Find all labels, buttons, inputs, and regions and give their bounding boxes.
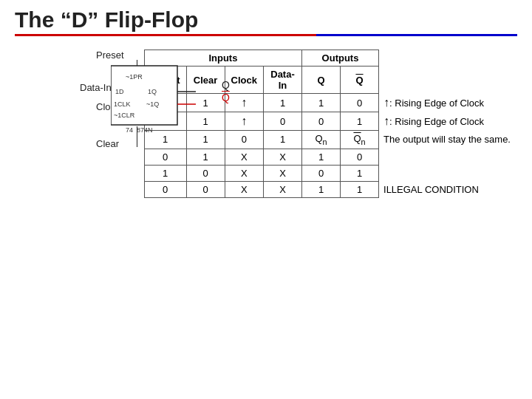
svg-text:~1CLR: ~1CLR (114, 112, 135, 119)
label-clear: Clear (96, 138, 119, 149)
svg-text:1CLK: 1CLK (114, 100, 131, 108)
col-clock: Clock (225, 66, 263, 94)
svg-text:~1Q: ~1Q (146, 100, 159, 108)
table-row: 01XX10 (144, 149, 516, 165)
table-row: 00XX11ILLEGAL CONDITION (144, 181, 516, 197)
col-data-in: Data-In (264, 66, 302, 94)
label-q: Q (222, 79, 230, 91)
col-q-bar: Q (341, 66, 379, 94)
svg-text:74_874N: 74_874N (126, 126, 153, 132)
page: The “D” Flip-Flop Preset Data-In Clock C… (0, 0, 532, 399)
truth-table-section: Inputs Outputs Preset Clear Clock Data-I… (144, 50, 517, 198)
col-note (379, 66, 517, 94)
chip-svg-container: ~1PR 1D 1Q 1CLK ~1Q ~1CLR 74_874N (111, 58, 200, 134)
svg-text:~1PR: ~1PR (126, 73, 143, 81)
header-outputs: Outputs (302, 50, 379, 66)
table-row: 11↑110↑: Rising Edge of Clock (144, 94, 516, 112)
table-row: 11↑001↑: Rising Edge of Clock (144, 112, 516, 131)
label-q-bar: Q (222, 92, 230, 103)
title-underline (15, 34, 517, 36)
diagram-section: Preset Data-In Clock Clear (15, 44, 138, 180)
header-note (379, 50, 517, 66)
table-row: 1101QnQnThe output will stay the same. (144, 131, 516, 149)
table-row: 10XX01 (144, 165, 516, 181)
svg-text:1D: 1D (115, 88, 124, 95)
truth-table: Inputs Outputs Preset Clear Clock Data-I… (144, 50, 517, 198)
page-title: The “D” Flip-Flop (15, 7, 198, 34)
col-q: Q (302, 66, 341, 94)
title-area: The “D” Flip-Flop (15, 7, 517, 36)
chip-svg: ~1PR 1D 1Q 1CLK ~1Q ~1CLR 74_874N (111, 58, 200, 132)
label-data-in: Data-In (80, 82, 112, 93)
svg-text:1Q: 1Q (148, 88, 157, 95)
